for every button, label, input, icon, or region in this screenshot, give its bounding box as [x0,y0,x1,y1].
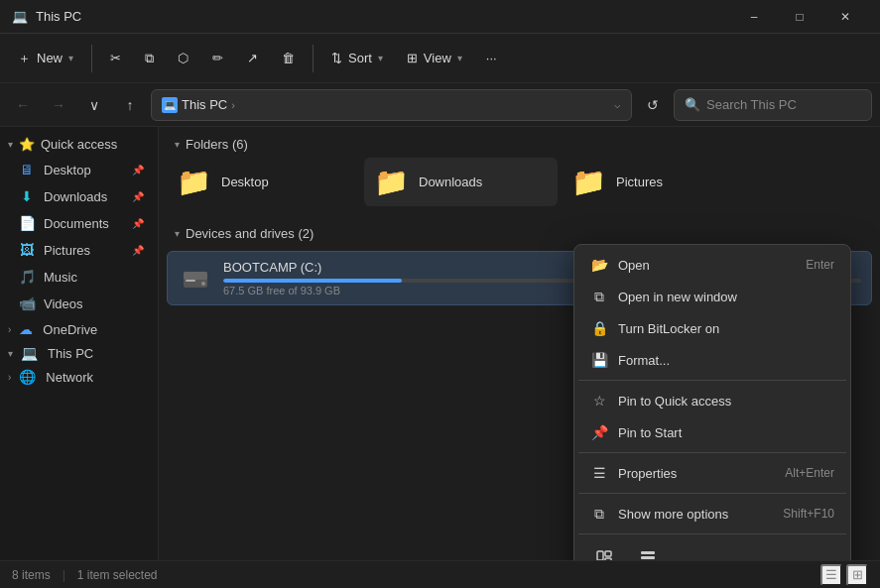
pin-quick-icon: ☆ [590,392,608,410]
sidebar-item-label-music: Music [44,270,77,285]
search-box[interactable]: 🔍 Search This PC [674,89,872,121]
sidebar-item-documents[interactable]: 📄 Documents 📌 [4,210,154,236]
expand-onedrive-icon: › [8,324,11,335]
sidebar: ▾ ⭐ Quick access 🖥 Desktop 📌 ⬇ Downloads… [0,127,159,560]
sidebar-section-onedrive[interactable]: › ☁ OneDrive [0,317,158,341]
svg-rect-7 [641,551,655,554]
ctx-item-pin-quick[interactable]: ☆ Pin to Quick access [578,385,846,416]
cut-button[interactable]: ✂ [100,45,131,71]
sort-icon: ⇅ [331,51,342,65]
ctx-bottom-icon-1[interactable] [590,544,618,560]
minimize-button[interactable]: – [731,0,777,34]
copy-button[interactable]: ⧉ [135,45,164,72]
paste-button[interactable]: ⬡ [168,45,198,71]
sidebar-item-desktop[interactable]: 🖥 Desktop 📌 [4,157,154,182]
refresh-button[interactable]: ↺ [638,90,668,120]
title-bar-left: 💻 This PC [12,9,81,24]
bitlocker-icon: 🔒 [590,319,608,337]
open-new-window-icon: ⧉ [590,288,608,305]
ctx-item-format[interactable]: 💾 Format... [578,344,846,376]
maximize-button[interactable]: □ [777,0,822,34]
new-chevron-icon: ▾ [68,53,73,63]
desktop-icon: 🖥 [18,162,36,177]
folder-item-pictures[interactable]: 📁 Pictures [562,158,755,206]
ctx-properties-shortcut: Alt+Enter [785,466,834,480]
status-right: ☰ ⊞ [820,564,868,586]
sidebar-item-pictures[interactable]: 🖼 Pictures 📌 [4,237,154,263]
ctx-item-more-options[interactable]: ⧉ Show more options Shift+F10 [578,498,846,529]
ctx-open-label: Open [618,258,650,273]
back-button[interactable]: ← [8,90,38,120]
open-icon: 📂 [590,256,608,274]
cut-icon: ✂ [110,51,121,65]
pin-icon-downloads: 📌 [132,191,144,202]
svg-rect-4 [597,551,603,560]
search-placeholder: Search This PC [706,97,797,112]
sidebar-item-downloads[interactable]: ⬇ Downloads 📌 [4,183,154,209]
sidebar-item-label-onedrive: OneDrive [43,322,97,337]
sidebar-section-network[interactable]: › 🌐 Network [0,365,158,389]
drive-progress-fill [223,279,402,283]
new-button[interactable]: ＋ New ▾ [8,44,83,73]
folder-downloads-icon: 📁 [374,166,409,198]
devices-section-header[interactable]: ▾ Devices and drives (2) [159,216,880,247]
sidebar-item-music[interactable]: 🎵 Music [4,264,154,290]
sort-button[interactable]: ⇅ Sort ▾ [321,45,393,71]
path-icon: 💻 [162,97,178,113]
view-toggle-grid-button[interactable]: ☰ [820,564,842,586]
status-bar: 8 items | 1 item selected ☰ ⊞ [0,560,880,588]
folders-collapse-icon: ▾ [175,139,180,150]
ctx-item-pin-start[interactable]: 📌 Pin to Start [578,416,846,448]
context-menu: 📂 Open Enter ⧉ Open in new window 🔒 Turn… [573,244,851,560]
address-path[interactable]: 💻 This PC › ⌵ [151,89,632,121]
rename-button[interactable]: ✏ [202,45,233,71]
expand-network-icon: › [8,372,11,383]
ctx-item-open-new-window[interactable]: ⧉ Open in new window [578,281,846,312]
ctx-item-properties[interactable]: ☰ Properties Alt+Enter [578,457,846,489]
sidebar-item-label-desktop: Desktop [44,163,91,177]
content-area: ▾ Folders (6) 📁 Desktop 📁 Downloads 📁 Pi… [159,127,880,560]
music-icon: 🎵 [18,269,36,285]
folder-item-downloads[interactable]: 📁 Downloads [364,158,558,206]
folder-desktop-icon: 📁 [177,166,211,198]
share-button[interactable]: ↗ [237,45,268,71]
pictures-icon: 🖼 [18,242,36,258]
path-chevron-down-icon: ⌵ [614,98,621,111]
forward-button[interactable]: → [44,90,73,120]
more-button[interactable]: ··· [476,45,507,71]
sidebar-item-label-pictures: Pictures [44,243,90,258]
pin-icon-documents: 📌 [132,218,144,229]
close-button[interactable]: ✕ [822,0,868,34]
main-layout: ▾ ⭐ Quick access 🖥 Desktop 📌 ⬇ Downloads… [0,127,880,560]
path-text: This PC [182,97,227,112]
recent-button[interactable]: ∨ [79,90,109,120]
ctx-more-options-label: Show more options [618,507,728,522]
folders-section-header[interactable]: ▾ Folders (6) [159,127,880,158]
ctx-item-bitlocker[interactable]: 🔒 Turn BitLocker on [578,312,846,344]
sidebar-item-videos[interactable]: 📹 Videos [4,291,154,316]
ctx-bottom-icon-2[interactable] [634,544,662,560]
svg-rect-8 [641,556,655,559]
ctx-item-open[interactable]: 📂 Open Enter [578,249,846,281]
documents-icon: 📄 [18,215,36,231]
sidebar-section-quick-access[interactable]: ▾ ⭐ Quick access [0,133,158,156]
view-button[interactable]: ⊞ View ▾ [397,45,472,71]
view-label: View [424,51,451,65]
sidebar-section-this-pc[interactable]: ▾ 💻 This PC [0,341,158,365]
ctx-bottom-icons [578,538,846,560]
sort-label: Sort [348,51,372,65]
folder-pictures-icon: 📁 [571,166,606,198]
ctx-open-shortcut: Enter [806,258,834,272]
folder-item-desktop[interactable]: 📁 Desktop [167,158,360,206]
up-button[interactable]: ↑ [115,90,145,120]
view-icon: ⊞ [407,51,418,65]
ctx-pin-start-label: Pin to Start [618,425,682,440]
more-icon: ··· [486,51,497,65]
toolbar: ＋ New ▾ ✂ ⧉ ⬡ ✏ ↗ 🗑 ⇅ Sort ▾ ⊞ View ▾ ··… [0,34,880,83]
view-toggle-list-button[interactable]: ⊞ [846,564,868,586]
sort-chevron-icon: ▾ [378,53,383,63]
folder-downloads-label: Downloads [419,175,482,189]
delete-button[interactable]: 🗑 [272,45,305,71]
items-selected: 1 item selected [77,568,158,582]
this-pc-icon: 💻 [21,345,38,361]
